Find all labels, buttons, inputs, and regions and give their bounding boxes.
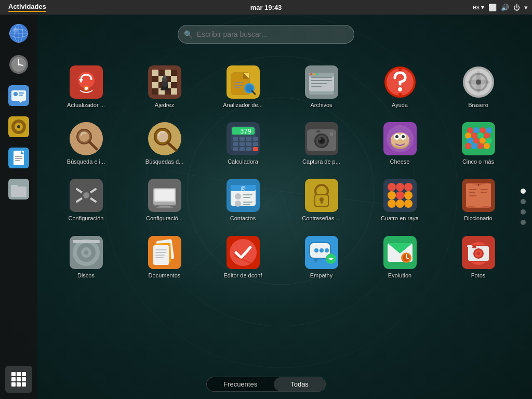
svg-rect-115: [240, 137, 245, 141]
app-item-calculadora[interactable]: 379 Calculadora: [205, 118, 281, 169]
svg-point-86: [310, 73, 312, 75]
svg-rect-182: [243, 204, 250, 205]
app-icon-config2: [148, 179, 181, 212]
sidebar-item-clock[interactable]: [5, 51, 32, 78]
svg-rect-179: [243, 197, 250, 198]
power-icon[interactable]: ⏻: [513, 4, 520, 11]
app-item-cinco[interactable]: Cinco o más: [440, 118, 516, 169]
svg-rect-63: [161, 88, 169, 90]
app-label-discos: Discos: [77, 272, 95, 279]
svg-point-28: [17, 125, 20, 128]
app-item-busqueda2[interactable]: Búsquedas d...: [126, 118, 203, 169]
sidebar-item-speaker[interactable]: [5, 113, 32, 140]
svg-rect-202: [469, 192, 475, 193]
svg-rect-234: [388, 262, 413, 265]
app-item-busqueda1[interactable]: Búsqueda e i...: [48, 118, 124, 169]
power-arrow-icon[interactable]: ▾: [524, 4, 528, 11]
volume-icon[interactable]: 🔊: [501, 4, 509, 11]
tab-frecuentes[interactable]: Frecuentes: [207, 377, 274, 391]
svg-point-93: [398, 93, 402, 96]
app-item-contrasenas[interactable]: Contraseñas ...: [283, 175, 360, 226]
app-item-empathy[interactable]: Empathy: [283, 232, 360, 283]
screen-icon[interactable]: ⬜: [488, 4, 497, 11]
svg-rect-218: [155, 255, 165, 256]
topbar-right: es ▾ ⬜ 🔊 ⏻ ▾: [473, 4, 528, 11]
svg-rect-81: [311, 77, 332, 78]
svg-rect-82: [311, 80, 332, 81]
svg-point-13: [13, 28, 18, 33]
svg-rect-188: [321, 200, 323, 204]
app-item-analizador[interactable]: Analizador de...: [205, 61, 281, 113]
app-item-evolution[interactable]: Evolution: [362, 232, 438, 283]
svg-point-191: [396, 183, 404, 191]
app-label-editor: Editor de dconf: [224, 272, 262, 279]
app-icon-evolution: [383, 236, 417, 269]
search-bar: 🔍: [178, 25, 354, 44]
svg-rect-203: [469, 195, 476, 196]
app-label-busqueda1: Búsqueda e i...: [67, 158, 105, 165]
page-dot-4[interactable]: [521, 220, 526, 225]
app-item-cuatro[interactable]: Cuatro en raya: [362, 175, 438, 226]
app-item-editor[interactable]: Editor de dconf: [205, 232, 281, 283]
sidebar-item-folder[interactable]: [5, 176, 32, 203]
svg-point-18: [18, 63, 20, 65]
svg-rect-124: [246, 147, 251, 151]
svg-rect-119: [240, 142, 245, 146]
app-icon-cheese: [383, 122, 417, 155]
tab-todas[interactable]: Todas: [274, 377, 325, 391]
svg-point-100: [476, 71, 481, 94]
svg-rect-44: [11, 382, 16, 387]
sidebar-item-file[interactable]: [5, 144, 32, 171]
svg-rect-178: [243, 194, 252, 195]
app-item-contactos[interactable]: @ Contactos: [205, 175, 281, 226]
apps-grid: Actualizador ... Ajedrez Analizador de..…: [43, 56, 522, 288]
sidebar-item-globe[interactable]: [5, 20, 32, 47]
app-item-ayuda[interactable]: Ayuda: [362, 61, 438, 113]
app-item-archivos[interactable]: Archivos: [283, 61, 360, 113]
search-input[interactable]: [178, 25, 354, 44]
svg-point-194: [396, 191, 404, 200]
app-icon-analizador: [227, 65, 260, 99]
app-item-captura[interactable]: Captura de p...: [283, 118, 360, 169]
app-item-brasero[interactable]: Brasero: [440, 61, 516, 113]
app-item-actualizador[interactable]: Actualizador ...: [48, 61, 124, 113]
app-item-documentos[interactable]: Documentos: [126, 232, 203, 283]
app-item-fotos[interactable]: Fotos: [440, 232, 516, 283]
svg-rect-135: [330, 132, 333, 136]
svg-rect-204: [481, 189, 488, 190]
app-icon-diccionario: [462, 179, 495, 212]
user-icon: [8, 85, 29, 106]
app-label-cheese: Cheese: [390, 158, 410, 165]
page-dot-1[interactable]: [521, 189, 526, 194]
language-selector[interactable]: es ▾: [473, 4, 484, 11]
actividades-button[interactable]: Actividades: [4, 2, 50, 13]
app-item-config2[interactable]: Configuració...: [126, 175, 203, 226]
page-dot-3[interactable]: [521, 209, 526, 215]
app-icon-cuatro: [383, 179, 417, 212]
svg-rect-205: [481, 192, 487, 193]
sidebar-item-user[interactable]: [5, 82, 32, 109]
topbar-datetime: mar 19:43: [250, 4, 282, 11]
app-icon-discos: [70, 236, 103, 269]
app-label-config1: Configuración: [69, 215, 104, 222]
page-dot-2[interactable]: [521, 199, 526, 204]
bottom-tabs: Frecuentes Todas: [206, 377, 326, 392]
app-icon-editor: [227, 236, 260, 269]
svg-rect-72: [234, 82, 243, 83]
sidebar-item-apps[interactable]: [5, 366, 32, 393]
app-item-cheese[interactable]: Cheese: [362, 118, 438, 169]
svg-rect-134: [316, 130, 321, 132]
app-item-discos[interactable]: Discos: [48, 232, 124, 283]
app-icon-calculadora: 379: [227, 122, 260, 155]
app-icon-captura: [305, 122, 338, 155]
svg-rect-39: [17, 372, 21, 376]
app-item-config1[interactable]: Configuración: [48, 175, 124, 226]
svg-rect-80: [309, 73, 334, 77]
app-label-analizador: Analizador de...: [223, 102, 262, 109]
app-item-ajedrez[interactable]: Ajedrez: [126, 61, 203, 113]
svg-point-177: [235, 193, 241, 200]
svg-point-165: [83, 192, 89, 198]
app-item-diccionario[interactable]: Diccionario: [440, 175, 516, 226]
svg-point-197: [396, 200, 404, 208]
folder-icon: [8, 179, 29, 200]
